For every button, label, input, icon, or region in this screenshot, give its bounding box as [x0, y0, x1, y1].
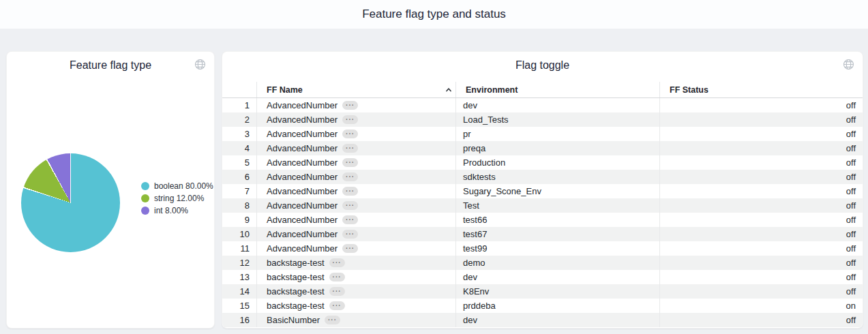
row-number: 7	[222, 184, 257, 198]
cell-ff-name: backstage-test···	[257, 284, 456, 299]
row-more-icon[interactable]: ···	[342, 115, 358, 124]
table-row: 1 AdvancedNumber··· dev off	[222, 98, 863, 112]
legend-item[interactable]: int 8.00%	[141, 206, 215, 216]
pie-chart[interactable]	[21, 153, 120, 252]
cell-ff-status: off	[660, 256, 863, 270]
row-number: 2	[222, 112, 257, 127]
pie-legend: boolean 80.00%string 12.00%int 8.00%	[141, 181, 215, 218]
table-header-row: FF Name Environment FF Status	[222, 82, 863, 98]
cell-ff-name-text: AdvancedNumber	[267, 155, 338, 170]
row-number: 1	[222, 98, 257, 112]
table-body: 1 AdvancedNumber··· dev off 2 AdvancedNu…	[222, 98, 863, 327]
legend-label: string 12.00%	[154, 194, 215, 204]
row-more-icon[interactable]: ···	[342, 230, 358, 239]
row-number: 9	[222, 213, 257, 227]
cell-ff-status: off	[660, 184, 863, 198]
row-more-icon[interactable]: ···	[342, 215, 358, 224]
cell-ff-name-text: AdvancedNumber	[267, 127, 338, 141]
row-more-icon[interactable]: ···	[342, 130, 358, 138]
cell-ff-name-text: backstage-test	[267, 256, 325, 270]
cell-ff-name-text: AdvancedNumber	[267, 112, 338, 127]
table-row: 15 backstage-test··· prddeba on	[222, 299, 863, 313]
cell-environment: Test	[456, 198, 660, 213]
row-number: 14	[222, 284, 257, 299]
row-more-icon[interactable]: ···	[325, 316, 340, 324]
row-number: 4	[222, 141, 257, 155]
legend-label: boolean 80.00%	[154, 181, 215, 192]
row-number: 6	[222, 170, 257, 184]
cell-ff-name: AdvancedNumber···	[257, 241, 456, 256]
cell-environment: demo	[456, 256, 660, 270]
cell-ff-status: off	[660, 155, 863, 170]
cell-ff-name: BasicNumber···	[257, 313, 456, 327]
cell-ff-status: off	[660, 241, 863, 256]
row-number: 16	[222, 313, 257, 327]
row-more-icon[interactable]: ···	[329, 301, 345, 310]
cell-ff-status: off	[660, 284, 863, 299]
legend-swatch-icon	[141, 194, 149, 202]
cell-ff-name: backstage-test···	[257, 299, 456, 313]
cell-environment: test67	[456, 227, 660, 241]
cell-environment: test66	[456, 213, 660, 227]
row-more-icon[interactable]: ···	[342, 101, 358, 110]
cell-environment: dev	[456, 98, 660, 112]
row-more-icon[interactable]: ···	[329, 287, 345, 296]
cell-environment: Production	[456, 155, 660, 170]
row-number: 8	[222, 198, 257, 213]
table-row: 11 AdvancedNumber··· test99 off	[222, 241, 863, 256]
cell-environment: dev	[456, 313, 660, 327]
cell-ff-name-text: backstage-test	[267, 284, 325, 299]
row-number: 15	[222, 299, 257, 313]
column-header-environment[interactable]: Environment	[456, 82, 660, 97]
cell-ff-name: AdvancedNumber···	[257, 213, 456, 227]
cell-environment: K8Env	[456, 284, 660, 299]
row-number: 11	[222, 241, 257, 256]
cell-ff-name-text: AdvancedNumber	[267, 241, 338, 256]
row-more-icon[interactable]: ···	[342, 244, 358, 253]
table-row: 7 AdvancedNumber··· Sugary_Scone_Env off	[222, 184, 863, 198]
cell-ff-name-text: backstage-test	[267, 270, 325, 284]
cell-ff-name: AdvancedNumber···	[257, 98, 456, 112]
cell-ff-name-text: AdvancedNumber	[267, 184, 338, 198]
cell-ff-status: off	[660, 270, 863, 284]
flag-table: FF Name Environment FF Status 1 Advanced…	[222, 82, 863, 327]
page-title: Feature flag type and status	[0, 0, 868, 29]
row-more-icon[interactable]: ···	[329, 258, 345, 267]
legend-item[interactable]: boolean 80.00%	[141, 181, 215, 192]
cell-ff-name: AdvancedNumber···	[257, 155, 456, 170]
cell-ff-status: off	[660, 198, 863, 213]
legend-label: int 8.00%	[154, 206, 215, 216]
cell-ff-name: backstage-test···	[257, 270, 456, 284]
column-header-ff-status[interactable]: FF Status	[660, 82, 863, 97]
cell-ff-name: AdvancedNumber···	[257, 127, 456, 141]
row-more-icon[interactable]: ···	[342, 158, 358, 167]
row-more-icon[interactable]: ···	[329, 273, 345, 282]
column-header-label: Environment	[466, 82, 518, 97]
cell-ff-name-text: AdvancedNumber	[267, 98, 338, 112]
table-row: 14 backstage-test··· K8Env off	[222, 284, 863, 299]
row-more-icon[interactable]: ···	[342, 172, 358, 181]
globe-icon[interactable]	[194, 59, 206, 70]
cell-ff-status: off	[660, 127, 863, 141]
row-more-icon[interactable]: ···	[342, 187, 358, 196]
sort-ascending-icon	[445, 82, 452, 97]
cell-ff-name: backstage-test···	[257, 256, 456, 270]
legend-swatch-icon	[141, 182, 149, 190]
cell-ff-name-text: backstage-test	[267, 299, 325, 313]
column-header-ff-name[interactable]: FF Name	[257, 82, 456, 97]
cell-environment: Load_Tests	[456, 112, 660, 127]
legend-item[interactable]: string 12.00%	[141, 194, 215, 204]
row-more-icon[interactable]: ···	[342, 201, 358, 210]
cell-ff-status: off	[660, 112, 863, 127]
cell-ff-name-text: BasicNumber	[267, 313, 320, 327]
cell-environment: test99	[456, 241, 660, 256]
table-row: 9 AdvancedNumber··· test66 off	[222, 213, 863, 227]
cell-environment: prddeba	[456, 299, 660, 313]
cell-ff-status: off	[660, 98, 863, 112]
cell-ff-name: AdvancedNumber···	[257, 112, 456, 127]
globe-icon[interactable]	[843, 59, 854, 70]
cell-ff-status: off	[660, 213, 863, 227]
cell-ff-name: AdvancedNumber···	[257, 170, 456, 184]
row-more-icon[interactable]: ···	[342, 144, 358, 153]
table-row: 12 backstage-test··· demo off	[222, 256, 863, 270]
